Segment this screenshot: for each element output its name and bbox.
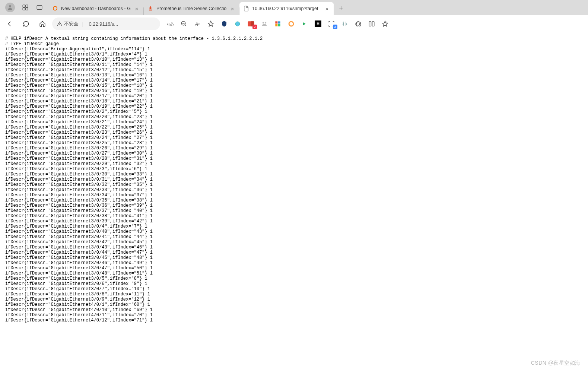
address-divider: |: [82, 21, 83, 27]
extensions-button[interactable]: [354, 19, 363, 28]
security-warning-text: 不安全: [64, 20, 79, 27]
svg-rect-3: [23, 8, 25, 10]
ext-badge-blue: 3: [333, 25, 337, 29]
svg-rect-1: [23, 5, 25, 7]
svg-point-13: [263, 22, 264, 24]
profile-icon[interactable]: [5, 3, 15, 12]
svg-rect-16: [278, 21, 280, 23]
green-ext-icon[interactable]: [300, 19, 309, 28]
address-bar[interactable]: 不安全 | 0.22:9116/s...: [52, 18, 160, 30]
home-button[interactable]: [36, 17, 49, 31]
tab-favicon-icon: [52, 6, 58, 12]
tabs-bar: New dashboard - Dashboards - G×Prometheu…: [0, 0, 588, 15]
refresh-button[interactable]: [19, 17, 33, 31]
svg-rect-18: [278, 24, 280, 26]
workspaces-icon[interactable]: [22, 4, 29, 11]
tab-title: New dashboard - Dashboards - G: [61, 6, 131, 11]
colorful-ext-icon[interactable]: [273, 19, 282, 28]
tab-close-icon[interactable]: ×: [324, 6, 330, 12]
svg-point-0: [9, 5, 11, 7]
ext-badge-red: 2: [252, 25, 257, 29]
svg-rect-23: [372, 22, 374, 26]
svg-rect-6: [149, 10, 152, 10]
tab-actions-icon[interactable]: [36, 4, 43, 11]
svg-point-14: [265, 22, 267, 24]
tab-favicon-icon: [243, 6, 249, 12]
read-aloud-button[interactable]: A»: [193, 19, 202, 28]
scan-ext-icon[interactable]: 3: [327, 19, 336, 28]
grey-ext-icon[interactable]: [260, 19, 269, 28]
ublock-icon[interactable]: [220, 19, 229, 28]
svg-rect-7: [149, 10, 152, 11]
tab-close-icon[interactable]: ×: [134, 6, 140, 12]
browser-tab[interactable]: New dashboard - Dashboards - G×: [48, 2, 143, 15]
browser-tab[interactable]: 10.36.160.22:9116/snmp?target=×: [239, 2, 334, 15]
svg-rect-5: [37, 6, 42, 10]
svg-text:H: H: [317, 22, 320, 26]
browser-tab[interactable]: Prometheus Time Series Collectio×: [144, 2, 239, 15]
security-warning: 不安全: [57, 20, 79, 27]
browser-toolbar: 不安全 | 0.22:9116/s... aあ A» 2: [0, 15, 588, 33]
tab-title: Prometheus Time Series Collectio: [156, 6, 226, 11]
tab-close-icon[interactable]: ×: [229, 6, 235, 12]
svg-rect-4: [26, 8, 28, 10]
h-ext-icon[interactable]: H: [314, 19, 322, 28]
watermark: CSDN @夜星空如海: [531, 360, 581, 367]
svg-rect-17: [275, 24, 277, 26]
red-ext-icon[interactable]: 2: [247, 19, 255, 28]
favorite-button[interactable]: [206, 19, 215, 28]
zoom-out-button[interactable]: [179, 19, 188, 28]
browser-chrome: New dashboard - Dashboards - G×Prometheu…: [0, 0, 588, 33]
circle-ext-icon[interactable]: [287, 19, 296, 28]
favorites-bar-button[interactable]: [381, 19, 390, 28]
svg-rect-2: [26, 5, 28, 7]
translate-button[interactable]: aあ: [166, 19, 175, 28]
page-content: # HELP ifDescr A textual string containi…: [0, 33, 588, 371]
new-tab-button[interactable]: +: [336, 3, 346, 13]
split-screen-button[interactable]: [367, 19, 376, 28]
tab-title: 10.36.160.22:9116/snmp?target=: [252, 6, 321, 11]
arrows-ext-icon[interactable]: [340, 19, 349, 28]
tab-favicon-icon: [147, 6, 153, 12]
planet-ext-icon[interactable]: [233, 19, 242, 28]
url-visible: 0.22:9116/s...: [89, 21, 118, 27]
svg-rect-22: [369, 22, 371, 26]
back-button[interactable]: [3, 17, 16, 31]
svg-point-19: [289, 22, 293, 26]
svg-rect-15: [275, 21, 277, 23]
